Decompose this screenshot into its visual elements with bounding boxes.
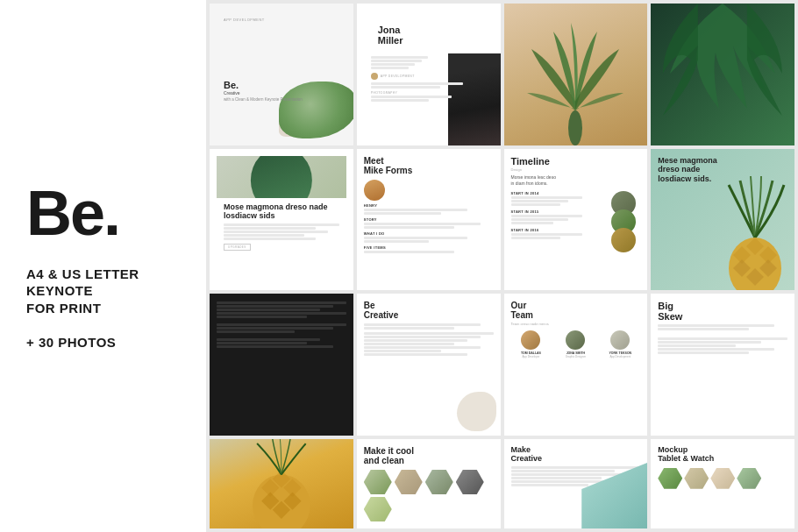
tl-text-2 <box>511 215 582 224</box>
mose-title: Mose magmona dreso nade losdiacw sids <box>224 202 339 222</box>
hex-2 <box>395 470 423 494</box>
mockup-title: MockupTablet & Watch <box>658 446 787 464</box>
card-tropical <box>651 4 794 145</box>
card-mose-magmona: Mose magmona dreso nade losdiacw sids UP… <box>210 149 353 291</box>
card-meet-mike: MeetMike Forms HENRY STORY WHAT I DO FIV… <box>357 149 501 291</box>
card-timeline: Timeline Design Morse imona lesc desoin … <box>504 149 648 291</box>
card-pineapple-teal: Mese magmonadreso nadelosdiacw sids. <box>651 149 794 291</box>
mockup-hex-4 <box>737 468 761 489</box>
member-3: YORK TEKSON App Development <box>600 330 640 372</box>
timeline-item-3: START IN 2016 <box>511 228 641 239</box>
hex-4 <box>456 470 484 494</box>
leaf-image-top <box>217 156 346 198</box>
member-3-role: App Development <box>609 355 631 358</box>
pineapple-icon-bg <box>611 228 636 252</box>
timeline-title: Timeline <box>511 156 641 167</box>
hex-5 <box>364 497 392 521</box>
member-1: TOM DALLAS App Developer <box>511 330 552 372</box>
left-panel: Be. A4 & US LETTER KEYNOTE FOR PRINT + 3… <box>0 0 206 532</box>
member-2-role: Graphic Designer <box>566 355 586 358</box>
avatar-small <box>371 73 378 80</box>
member-1-avatar <box>521 330 540 350</box>
mike-title: MeetMike Forms <box>364 156 494 175</box>
pineapple-svg <box>716 176 794 290</box>
our-team-title: OurTeam <box>511 301 641 320</box>
logo: Be. <box>26 181 180 245</box>
photo-text <box>371 96 487 102</box>
what-i-do-label: WHAT I DO <box>364 231 494 236</box>
mose-body <box>224 223 339 240</box>
member-1-role: App Developer <box>523 355 540 358</box>
henry-section: HENRY <box>364 203 494 215</box>
mockup-hex-3 <box>710 468 735 489</box>
pineapple-title: Mese magmonadreso nadelosdiacw sids. <box>658 156 717 184</box>
big-skew-title: BigSkew <box>658 301 787 322</box>
mockup-hex-2 <box>684 468 709 489</box>
tagline: A4 & US LETTER KEYNOTE FOR PRINT <box>26 266 180 317</box>
what-i-do-section: WHAT I DO <box>364 231 494 243</box>
member-3-avatar <box>610 330 630 350</box>
five-items-label: FIVE ITEMS <box>364 245 494 250</box>
be-creative-title: BeCreative <box>364 301 494 320</box>
palm-svg <box>527 14 623 145</box>
card-our-team: OurTeam Team oreso nade meros TOM DALLAS… <box>504 294 648 436</box>
card-jona-miller: JonaMiller APP DEVELOPMENT PHOTOGRAPHY <box>357 4 501 145</box>
hex-grid <box>364 470 494 521</box>
card-pineapple-closeup <box>210 439 353 528</box>
make-creative-title: MakeCreative <box>511 446 641 464</box>
timeline-item-2: START IN 2015 <box>511 209 641 224</box>
card-be-creative-2: BeCreative <box>357 294 501 436</box>
timeline-tagline: Morse imona lesc desoin diam fron idoms. <box>511 174 641 187</box>
team-members-row: TOM DALLAS App Developer JONA SMITH Grap… <box>511 330 641 372</box>
app-dev-section: APP DEVELOPMENT <box>371 73 487 80</box>
tl-text-1 <box>511 196 582 206</box>
tl-circle-3 <box>611 228 636 252</box>
mike-face <box>364 180 385 201</box>
make-cool-title: Make it cooland clean <box>364 446 494 465</box>
timeline-subtitle: Design <box>511 167 641 172</box>
timeline-item-1: START IN 2014 <box>511 191 641 206</box>
be-creative-body <box>364 332 494 356</box>
story-section: STORY <box>364 217 494 229</box>
henry-label: HENRY <box>364 203 494 208</box>
app-dev-label: APP DEVELOPMENT <box>224 18 339 22</box>
app-dev-tag-2: APP DEVELOPMENT <box>381 74 415 78</box>
five-items-section: FIVE ITEMS <box>364 245 494 253</box>
card-black <box>210 294 353 436</box>
card-big-skew: BigSkew <box>651 294 794 436</box>
upgrades-badge: UPGRADES <box>224 244 251 251</box>
member-2-avatar <box>566 330 585 350</box>
big-skew-body <box>658 324 787 330</box>
tl-text-3 <box>511 233 582 239</box>
card-fan-palm <box>504 4 648 145</box>
mike-avatar <box>364 180 385 201</box>
jona-miller-name: JonaMiller <box>371 18 487 53</box>
card-mockup-tablet: MockupTablet & Watch <box>651 439 794 528</box>
card-make-cool: Make it cooland clean <box>357 439 501 528</box>
team-subtitle: Team oreso nade meros <box>511 322 641 326</box>
svg-point-0 <box>568 110 582 145</box>
big-skew-extra <box>658 337 787 354</box>
be-label: Be. <box>224 81 339 90</box>
hex-1 <box>364 470 392 494</box>
member-2: JONA SMITH Graphic Designer <box>555 330 595 372</box>
card-make-creative: MakeCreative <box>504 439 648 528</box>
leaf-shape <box>242 156 321 198</box>
story-label: STORY <box>364 217 494 222</box>
mockup-hex-1 <box>658 468 682 489</box>
blob-decoration <box>457 392 496 431</box>
hex-3 <box>425 470 453 494</box>
with-label: with a Clean & Modern Keynote Presentati… <box>224 97 339 102</box>
black-card-text <box>217 301 346 348</box>
pineapple-closeup-svg <box>210 439 353 528</box>
plus-photos: + 30 PHOTOS <box>26 334 180 351</box>
be-creative-tagline <box>364 323 494 330</box>
tropical-leaves-svg <box>651 4 794 145</box>
photography-tag: PHOTOGRAPHY <box>371 91 487 95</box>
creative-label: Creative <box>224 90 339 96</box>
jona-desc <box>371 56 434 69</box>
preview-grid: APP DEVELOPMENT Be. Creative with a Clea… <box>206 0 798 532</box>
jona-text-block <box>371 82 487 89</box>
mockup-hex-grid <box>658 468 787 489</box>
card-be-creative: APP DEVELOPMENT Be. Creative with a Clea… <box>210 4 353 145</box>
